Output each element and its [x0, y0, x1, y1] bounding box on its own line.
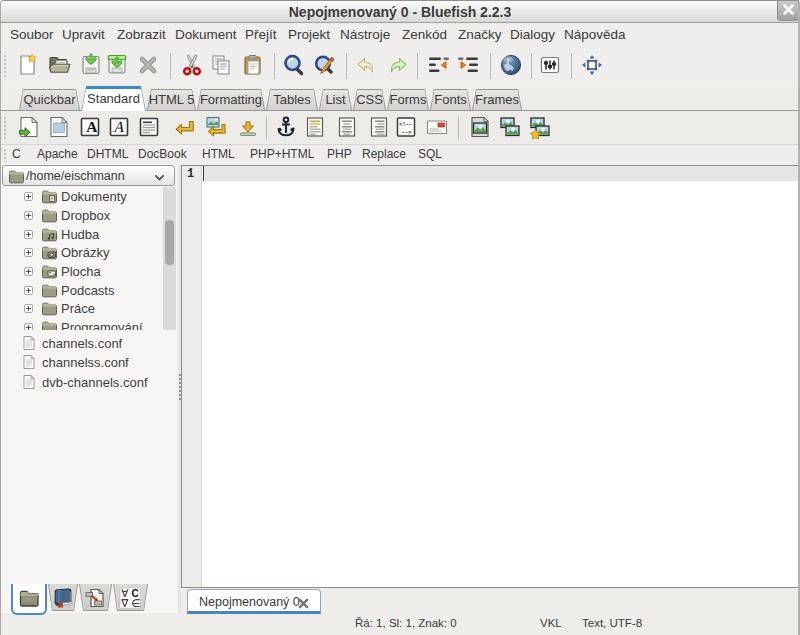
svg-text:-->: -->	[402, 129, 412, 136]
svg-text:∈: ∈	[131, 597, 140, 609]
svg-text:A: A	[86, 118, 98, 135]
svg-text:<!--: <!--	[399, 121, 412, 128]
svg-text:∇: ∇	[120, 597, 129, 609]
